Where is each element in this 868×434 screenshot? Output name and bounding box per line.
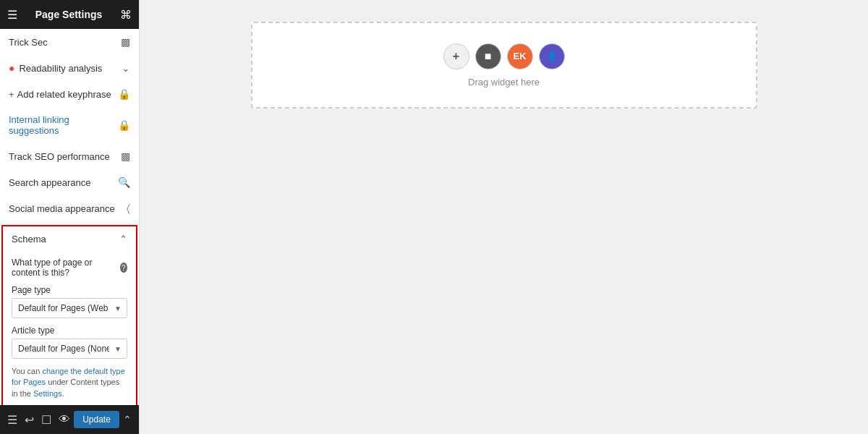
article-type-group: Article type Default for Pages (None)Art… <box>12 326 127 359</box>
trick-sec-icon: ▩ <box>121 36 130 48</box>
track-seo-bar-icon: ▩ <box>121 150 130 162</box>
page-type-group: Page type Default for Pages (Web Page)We… <box>12 285 127 318</box>
widget-ek-button[interactable]: EK <box>507 43 533 69</box>
footer-chevron-icon[interactable]: ⌃ <box>123 414 132 425</box>
social-media-share-icon: 〈 <box>127 203 130 215</box>
add-keyphrase-plus-icon: + <box>9 89 14 100</box>
sidebar-header: ☰ Page Settings ⌘ <box>0 0 139 29</box>
schema-title: Schema <box>12 234 46 244</box>
widget-area: + ■ EK 👤 Drag widget here <box>251 22 757 109</box>
schema-section: Schema ⌃ What type of page or content is… <box>1 225 137 405</box>
article-type-select[interactable]: Default for Pages (None)ArticleBlog Post… <box>12 339 127 359</box>
page-type-select-wrapper: Default for Pages (Web Page)Web PageItem… <box>12 298 127 318</box>
search-appearance-label: Search appearance <box>9 177 115 188</box>
page-title: Page Settings <box>35 9 103 20</box>
update-button[interactable]: Update <box>74 411 119 428</box>
schema-question: What type of page or content is this? ? <box>12 258 127 278</box>
sidebar-footer: ☰ ↩ ☐ 👁 Update ⌃ <box>0 405 139 434</box>
widget-folder-button[interactable]: ■ <box>475 43 501 69</box>
widget-icons-row: + ■ EK 👤 <box>443 43 565 69</box>
help-icon[interactable]: ? <box>120 263 127 273</box>
sidebar-item-social-media[interactable]: Social media appearance 〈 <box>0 195 139 222</box>
sidebar-item-search-appearance[interactable]: Search appearance 🔍 <box>0 169 139 195</box>
widget-add-button[interactable]: + <box>443 43 469 69</box>
sidebar-item-add-keyphrase[interactable]: + Add related keyphrase 🔒 <box>0 81 139 107</box>
readability-chevron-icon: ⌄ <box>122 62 130 74</box>
internal-linking-lock-icon: 🔒 <box>118 119 130 131</box>
grid-icon[interactable]: ⌘ <box>120 8 132 22</box>
sidebar-item-readability[interactable]: ● Readability analysis ⌄ <box>0 55 139 81</box>
add-keyphrase-lock-icon: 🔒 <box>118 88 130 100</box>
article-type-select-wrapper: Default for Pages (None)ArticleBlog Post… <box>12 339 127 359</box>
footer-icons: ☰ ↩ ☐ 👁 <box>7 413 70 427</box>
drag-label: Drag widget here <box>468 77 540 88</box>
page-type-label: Page type <box>12 285 127 295</box>
schema-header[interactable]: Schema ⌃ <box>3 226 136 252</box>
main-content: + ■ EK 👤 Drag widget here <box>140 0 868 434</box>
article-type-label: Article type <box>12 326 127 336</box>
sidebar-item-trick-sec[interactable]: Trick Sec ▩ <box>0 29 139 55</box>
search-appearance-search-icon: 🔍 <box>118 176 130 188</box>
menu-icon[interactable]: ☰ <box>7 8 17 22</box>
add-keyphrase-label: Add related keyphrase <box>17 89 115 100</box>
schema-collapse-icon: ⌃ <box>119 234 127 244</box>
sidebar-item-track-seo[interactable]: Track SEO performance ▩ <box>0 143 139 169</box>
schema-note: You can change the default type for Page… <box>12 366 127 399</box>
widget-user-button[interactable]: 👤 <box>539 43 565 69</box>
sidebar: ☰ Page Settings ⌘ Trick Sec ▩ ● Readabil… <box>0 0 140 434</box>
eye-icon[interactable]: 👁 <box>59 413 70 426</box>
sidebar-item-internal-linking[interactable]: Internal linking suggestions 🔒 <box>0 107 139 143</box>
track-seo-label: Track SEO performance <box>9 151 118 162</box>
readability-status-icon: ● <box>9 62 14 74</box>
trick-sec-label: Trick Sec <box>9 37 118 48</box>
settings-link[interactable]: Settings <box>33 389 62 398</box>
social-media-label: Social media appearance <box>9 203 124 214</box>
layers-icon[interactable]: ☰ <box>7 413 17 427</box>
readability-label: Readability analysis <box>19 63 119 74</box>
schema-body: What type of page or content is this? ? … <box>3 252 136 405</box>
undo-icon[interactable]: ↩ <box>25 413 34 427</box>
history-icon[interactable]: ☐ <box>41 413 51 427</box>
page-type-select[interactable]: Default for Pages (Web Page)Web PageItem… <box>12 298 127 318</box>
sidebar-content: Trick Sec ▩ ● Readability analysis ⌄ + A… <box>0 29 139 405</box>
internal-linking-label: Internal linking suggestions <box>9 114 115 136</box>
